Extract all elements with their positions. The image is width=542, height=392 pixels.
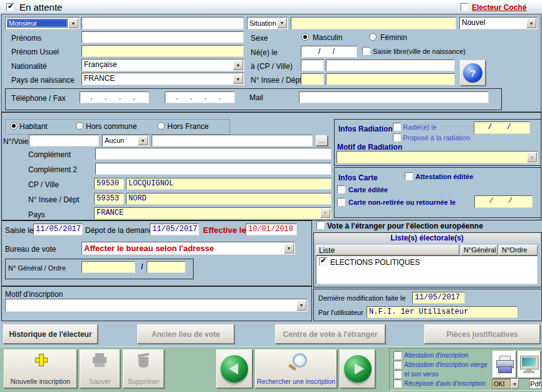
rechercher-button[interactable]: Rechercher une inscription (255, 349, 337, 388)
numero-ordre-input[interactable] (147, 261, 185, 273)
recepisse-checkbox[interactable] (393, 379, 402, 388)
help-icon: ? (463, 63, 482, 83)
chevron-down-icon[interactable]: ▼ (296, 300, 306, 311)
ancien-lieu-button[interactable]: Ancien lieu de vote (137, 324, 234, 344)
civility-combo[interactable]: Monsieur ▼ (5, 17, 80, 29)
previous-record-button[interactable] (216, 349, 253, 388)
electeur-coche-checkbox[interactable] (461, 3, 469, 11)
nationalite-combo[interactable]: Française ▼ (81, 59, 244, 71)
insee-input[interactable]: 59353 (94, 193, 124, 205)
radie-le-checkbox[interactable] (393, 123, 401, 131)
chevron-down-icon[interactable]: ▼ (68, 18, 78, 28)
hors-commune-label: Hors commune (86, 122, 137, 131)
modification-user-label: Par l'utilisateur (318, 309, 363, 316)
feminin-radio[interactable] (369, 33, 377, 41)
ville-input[interactable]: LOCQUIGNOL (126, 178, 331, 190)
prev-icon (221, 355, 248, 383)
birthdate-input[interactable]: / / (301, 46, 357, 58)
bureau-combo[interactable]: Affecter le bureau selon l'adresse ▼ (81, 242, 295, 255)
search-icon (287, 353, 306, 372)
mail-label: Mail (249, 93, 263, 102)
situation-value-input[interactable] (291, 17, 456, 29)
numero-general-input[interactable] (81, 261, 135, 273)
masculin-label: Masculin (313, 33, 342, 42)
attestation-editee-checkbox[interactable] (405, 172, 413, 180)
phone2-input[interactable]: . . . . (165, 91, 235, 103)
supprimer-button[interactable]: Supprimer (123, 349, 164, 388)
masculin-radio[interactable] (301, 33, 309, 41)
status-combo[interactable]: Nouvel ▼ (459, 17, 538, 29)
printer-select-arrow[interactable]: ▼ (511, 379, 519, 389)
next-record-button[interactable] (340, 349, 375, 388)
voter-registration-window: En attente Electeur Coché Monsieur ▼ Sit… (0, 0, 542, 392)
habitant-label: Habitant (19, 122, 48, 131)
complement-input[interactable] (95, 148, 331, 160)
browse-street-button[interactable]: .... (316, 135, 328, 146)
liste-row-checkbox[interactable] (319, 257, 327, 266)
carte-non-retiree-label: Carte non-retirée ou retournée le (348, 199, 456, 206)
motif-radiation-combo[interactable]: ▼ (336, 151, 538, 163)
ville-naissance-input[interactable] (326, 59, 455, 71)
nationalite-label: Nationalité (11, 62, 47, 71)
dept-input[interactable]: NORD (126, 193, 331, 205)
voie-input[interactable] (152, 135, 313, 147)
voie-label: N°/Voie (3, 137, 28, 146)
attestation-inscription-checkbox[interactable] (393, 351, 402, 359)
prenoms-label: Prénoms (11, 34, 41, 43)
carte-non-retiree-checkbox[interactable] (337, 198, 345, 206)
chevron-down-icon[interactable]: ▼ (277, 18, 287, 28)
hors-commune-radio[interactable] (76, 122, 83, 130)
cp-input[interactable]: 59530 (94, 178, 124, 190)
voie-numero-input[interactable] (29, 135, 99, 147)
centre-vote-etranger-button[interactable]: Centre de vote à l'étranger (275, 324, 385, 344)
printer-select-value[interactable]: OKI B4 (492, 379, 511, 389)
radiation-date-input[interactable]: / / (474, 121, 530, 134)
next-icon (344, 355, 372, 383)
carte-date-input[interactable]: / / (474, 195, 533, 208)
pays-combo[interactable]: FRANCE ▼ (94, 207, 331, 219)
phone1-input[interactable]: . . . . (80, 91, 149, 103)
chevron-down-icon: ▼ (320, 209, 330, 218)
chevron-down-icon[interactable]: ▼ (526, 18, 536, 28)
print-button[interactable] (492, 351, 516, 378)
pays-naissance-combo[interactable]: FRANCE ▼ (81, 73, 244, 85)
pieces-justificatives-button[interactable]: Pièces justificatives (424, 324, 540, 344)
et-son-verso-checkbox[interactable] (393, 370, 402, 378)
name-input[interactable] (81, 17, 244, 29)
insee-naissance-input[interactable] (301, 73, 324, 85)
modification-date-label: Dernière modification faite le (318, 294, 405, 302)
situation-combo[interactable]: Situation ▼ (247, 17, 288, 29)
dept-naissance-input[interactable] (326, 73, 455, 85)
complement2-input[interactable] (95, 163, 331, 175)
saisie-date-input[interactable]: 11/05/2017 (33, 224, 83, 235)
en-attente-checkbox[interactable] (6, 3, 14, 11)
bureau-value: Affecter le bureau selon l'adresse (84, 244, 214, 253)
carte-editee-checkbox[interactable] (337, 185, 345, 193)
help-glyph: ? (470, 68, 476, 78)
chevron-down-icon[interactable]: ▼ (138, 136, 148, 145)
cp-naissance-input[interactable] (301, 59, 324, 71)
nouvelle-inscription-button[interactable]: Nouvelle inscription (4, 349, 77, 388)
mail-input[interactable] (299, 91, 489, 103)
chevron-down-icon[interactable]: ▼ (233, 74, 243, 84)
attestation-vierge-checkbox[interactable] (393, 361, 402, 369)
prenom-usuel-input[interactable] (81, 45, 244, 57)
type-voie-combo[interactable]: Aucun ▼ (102, 135, 149, 147)
chevron-down-icon[interactable]: ▼ (284, 243, 294, 254)
propose-radiation-label: Proposé à la radiation (403, 134, 470, 142)
hors-france-radio[interactable] (157, 122, 165, 130)
type-voie-value: Aucun (105, 137, 124, 144)
depot-date-input[interactable]: 11/05/2017 (150, 224, 199, 235)
effective-date-input[interactable]: 10/01/2018 (246, 224, 297, 235)
prenoms-input[interactable] (81, 31, 244, 43)
pdf-button[interactable] (518, 351, 541, 378)
help-button[interactable]: ? (460, 60, 486, 86)
historique-button[interactable]: Historique de l'électeur (3, 324, 98, 344)
sauver-button[interactable]: Sauver (80, 349, 120, 388)
habitant-radio[interactable] (10, 122, 18, 130)
chevron-down-icon[interactable]: ▼ (233, 60, 243, 70)
saisie-libre-checkbox[interactable] (362, 47, 370, 55)
motif-inscription-combo[interactable]: ▼ (5, 299, 308, 312)
propose-radiation-checkbox[interactable] (393, 133, 401, 142)
vote-etranger-checkbox[interactable] (316, 221, 325, 229)
